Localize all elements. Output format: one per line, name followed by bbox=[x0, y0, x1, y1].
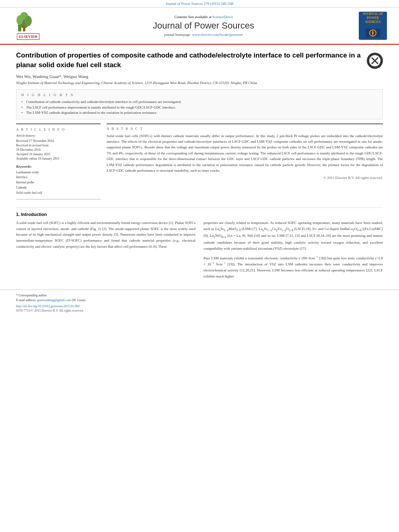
journal-center-info: Contents lists available at ScienceDirec… bbox=[48, 15, 359, 37]
crossmark-icon: CrossMark bbox=[367, 53, 383, 69]
journal-reference-text: Journal of Power Sources 279 (2015) 540–… bbox=[166, 2, 233, 6]
keywords-title: Keywords: bbox=[16, 164, 101, 168]
journal-title: Journal of Power Sources bbox=[48, 21, 359, 31]
svg-text:CrossMark: CrossMark bbox=[370, 66, 380, 68]
accepted-date: Accepted 10 January 2015 bbox=[16, 152, 101, 156]
introduction-columns: A solid oxide fuel cell (SOFC) is a high… bbox=[16, 220, 383, 279]
journal-reference-bar: Journal of Power Sources 279 (2015) 540–… bbox=[0, 0, 399, 8]
article-title: Contribution of properties of composite … bbox=[16, 51, 363, 70]
keyword-1: Lanthanum oxide bbox=[16, 170, 101, 175]
revised-label: Received in revised form bbox=[16, 144, 101, 147]
abstract-title: A B S T R A C T bbox=[107, 127, 383, 131]
intro-right-para-2: Pure LSM materials exhibit a reasonable … bbox=[204, 255, 383, 279]
journal-homepage: journal homepage: www.elsevier.com/locat… bbox=[48, 33, 359, 37]
authors-line: Wei Wu, Wanbing Guan*, Weiguo Wang bbox=[16, 74, 363, 79]
keyword-2: Interface bbox=[16, 175, 101, 180]
svg-point-4 bbox=[25, 16, 32, 26]
abstract-copyright: © 2015 Elsevier B.V. All rights reserved… bbox=[107, 176, 383, 180]
email-address[interactable]: guanwanbing@gmail.com bbox=[37, 298, 71, 302]
intro-left-col: A solid oxide fuel cell (SOFC) is a high… bbox=[16, 220, 195, 279]
keyword-5: Solid oxide fuel cell bbox=[16, 191, 101, 196]
highlights-title: H I G H L I G H T S bbox=[21, 93, 378, 97]
highlight-item-2: The LSCF cell performance improvement is… bbox=[21, 105, 378, 111]
received-date: Received 17 November 2014 bbox=[16, 139, 101, 143]
journal-cover-thumbnail: JOURNAL OF POWER SOURCES bbox=[359, 12, 387, 40]
article-info-box: A R T I C L E I N F O Article history: R… bbox=[16, 123, 101, 199]
doi-link[interactable]: http://dx.doi.org/10.1016/j.jpowsour.201… bbox=[16, 304, 383, 308]
footer-section: * Corresponding author. E-mail address: … bbox=[0, 290, 399, 316]
available-date: Available online 10 January 2015 bbox=[16, 157, 101, 160]
intro-right-para-1: properties are closely related to temper… bbox=[204, 220, 383, 252]
svg-rect-5 bbox=[23, 26, 25, 31]
sciencedirect-link[interactable]: ScienceDirect bbox=[212, 15, 232, 19]
article-info-abstract-row: A R T I C L E I N F O Article history: R… bbox=[16, 123, 383, 199]
corresponding-author-note: * Corresponding author. bbox=[16, 293, 383, 298]
introduction-section: 1. Introduction A solid oxide fuel cell … bbox=[16, 207, 383, 279]
keyword-3: Internal probe bbox=[16, 180, 101, 185]
intro-right-col: properties are closely related to temper… bbox=[204, 220, 383, 279]
article-info-column: A R T I C L E I N F O Article history: R… bbox=[16, 123, 101, 199]
elsevier-tree-icon bbox=[16, 12, 40, 32]
revised-date: 19 December 2014 bbox=[16, 148, 101, 152]
contents-available-text: Contents lists available at ScienceDirec… bbox=[48, 15, 359, 19]
elsevier-logo-area: ELSEVIER bbox=[8, 12, 48, 40]
highlights-section: H I G H L I G H T S Contribution of cath… bbox=[16, 89, 383, 119]
abstract-section: A B S T R A C T Solid oxide fuel cells (… bbox=[107, 123, 383, 180]
article-content: Contribution of properties of composite … bbox=[0, 45, 399, 286]
intro-left-para-1: A solid oxide fuel cell (SOFC) is a high… bbox=[16, 220, 195, 250]
journal-header: ELSEVIER Contents lists available at Sci… bbox=[0, 8, 399, 45]
email-note: E-mail address: guanwanbing@gmail.com (W… bbox=[16, 298, 383, 303]
highlight-item-3: The LSM-YSZ cathode degradation is attri… bbox=[21, 110, 378, 116]
abstract-column: A B S T R A C T Solid oxide fuel cells (… bbox=[107, 123, 383, 199]
article-history-label: Article history: bbox=[16, 134, 101, 138]
article-title-area: Contribution of properties of composite … bbox=[16, 51, 363, 85]
affiliation-text: Ningbo Institute of Material Technology … bbox=[16, 80, 363, 86]
keyword-4: Cathode bbox=[16, 185, 101, 191]
footer-copyright: 0378-7753/© 2015 Elsevier B.V. All right… bbox=[16, 309, 383, 312]
keywords-section: Keywords: Lanthanum oxide Interface Inte… bbox=[16, 164, 101, 196]
abstract-text: Solid oxide fuel cells (SOFCs) with dist… bbox=[107, 133, 383, 174]
article-info-title: A R T I C L E I N F O bbox=[16, 127, 101, 131]
crossmark-area: CrossMark bbox=[363, 51, 383, 85]
homepage-link[interactable]: www.elsevier.com/locate/jpowsour bbox=[192, 33, 243, 37]
highlights-items: Contribution of cathode conductivity and… bbox=[21, 99, 378, 116]
highlight-item-1: Contribution of cathode conductivity and… bbox=[21, 99, 378, 105]
section-title: 1. Introduction bbox=[16, 212, 383, 217]
journal-logo-right: JOURNAL OF POWER SOURCES bbox=[359, 12, 391, 40]
elsevier-wordmark: ELSEVIER bbox=[17, 33, 39, 40]
title-section: Contribution of properties of composite … bbox=[16, 51, 383, 85]
